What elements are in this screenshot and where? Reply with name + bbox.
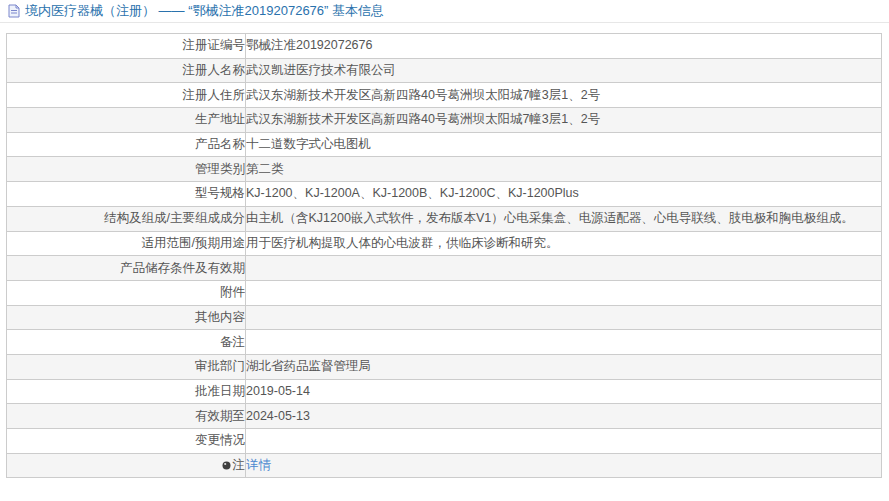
field-value: 第二类 <box>246 157 882 182</box>
field-value <box>246 330 882 355</box>
table-row: 注册人名称 武汉凯进医疗技术有限公司 <box>7 58 882 83</box>
field-value: 详情 <box>246 453 882 478</box>
table-row: 产品名称 十二道数字式心电图机 <box>7 132 882 157</box>
table-row: 变更情况 <box>7 429 882 454</box>
details-link[interactable]: 详情 <box>246 458 271 472</box>
field-label: 注册人住所 <box>7 83 246 108</box>
field-value: 十二道数字式心电图机 <box>246 132 882 157</box>
field-value: 武汉东湖新技术开发区高新四路40号葛洲坝太阳城7幢3层1、2号 <box>246 108 882 133</box>
field-value: KJ-1200、KJ-1200A、KJ-1200B、KJ-1200C、KJ-12… <box>246 182 882 207</box>
table-row: 适用范围/预期用途 用于医疗机构提取人体的心电波群，供临床诊断和研究。 <box>7 231 882 256</box>
table-row: 批准日期 2019-05-14 <box>7 379 882 404</box>
field-value: 武汉东湖新技术开发区高新四路40号葛洲坝太阳城7幢3层1、2号 <box>246 83 882 108</box>
bulb-icon <box>222 461 231 470</box>
table-row: 生产地址 武汉东湖新技术开发区高新四路40号葛洲坝太阳城7幢3层1、2号 <box>7 108 882 133</box>
field-value: 2019-05-14 <box>246 379 882 404</box>
table-row: 注册证编号 鄂械注准20192072676 <box>7 34 882 59</box>
field-label: 管理类别 <box>7 157 246 182</box>
table-row: 型号规格 KJ-1200、KJ-1200A、KJ-1200B、KJ-1200C、… <box>7 182 882 207</box>
field-label: 批准日期 <box>7 379 246 404</box>
note-label: 注 <box>222 457 246 474</box>
registration-info-table: 注册证编号 鄂械注准20192072676 注册人名称 武汉凯进医疗技术有限公司… <box>6 33 882 478</box>
table-row: 产品储存条件及有效期 <box>7 256 882 281</box>
table-row: 结构及组成/主要组成成分 由主机（含KJ1200嵌入式软件，发布版本V1）心电采… <box>7 206 882 231</box>
field-value <box>246 429 882 454</box>
field-label: 有效期至 <box>7 404 246 429</box>
field-label: 注册证编号 <box>7 34 246 59</box>
table-row: 审批部门 湖北省药品监督管理局 <box>7 354 882 379</box>
table-row: 注册人住所 武汉东湖新技术开发区高新四路40号葛洲坝太阳城7幢3层1、2号 <box>7 83 882 108</box>
table-row: 管理类别 第二类 <box>7 157 882 182</box>
table-row: 其他内容 <box>7 305 882 330</box>
field-label: 产品名称 <box>7 132 246 157</box>
field-value: 用于医疗机构提取人体的心电波群，供临床诊断和研究。 <box>246 231 882 256</box>
page-title: 境内医疗器械（注册） —— “鄂械注准20192072676” 基本信息 <box>25 2 384 20</box>
field-label: 变更情况 <box>7 429 246 454</box>
field-label: 审批部门 <box>7 354 246 379</box>
field-value <box>246 256 882 281</box>
field-label: 型号规格 <box>7 182 246 207</box>
field-value: 湖北省药品监督管理局 <box>246 354 882 379</box>
field-label: 适用范围/预期用途 <box>7 231 246 256</box>
page-header: 境内医疗器械（注册） —— “鄂械注准20192072676” 基本信息 <box>0 0 889 22</box>
field-value <box>246 280 882 305</box>
field-label-text: 注 <box>233 457 246 474</box>
table-row: 有效期至 2024-05-13 <box>7 404 882 429</box>
field-label: 附件 <box>7 280 246 305</box>
table-row: 注 详情 <box>7 453 882 478</box>
field-label: 其他内容 <box>7 305 246 330</box>
field-label: 生产地址 <box>7 108 246 133</box>
field-label: 结构及组成/主要组成成分 <box>7 206 246 231</box>
document-icon <box>8 4 20 18</box>
field-value <box>246 305 882 330</box>
field-value: 2024-05-13 <box>246 404 882 429</box>
table-row: 附件 <box>7 280 882 305</box>
field-label: 产品储存条件及有效期 <box>7 256 246 281</box>
field-label: 备注 <box>7 330 246 355</box>
header-separator <box>0 22 889 23</box>
field-value: 鄂械注准20192072676 <box>246 34 882 59</box>
field-value: 由主机（含KJ1200嵌入式软件，发布版本V1）心电采集盒、电源适配器、心电导联… <box>246 206 882 231</box>
field-label: 注册人名称 <box>7 58 246 83</box>
field-value: 武汉凯进医疗技术有限公司 <box>246 58 882 83</box>
field-label: 注 <box>7 453 246 478</box>
table-row: 备注 <box>7 330 882 355</box>
